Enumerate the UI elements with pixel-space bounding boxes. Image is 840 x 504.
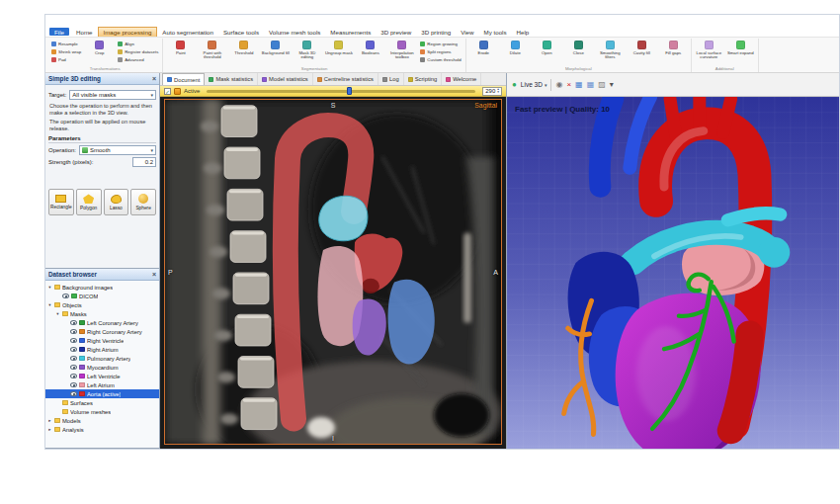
ribbon-large-button[interactable]: Background fill <box>260 39 291 65</box>
shape-tool-button[interactable]: Lasso <box>104 189 129 215</box>
document-tab[interactable]: Scripting <box>404 73 443 85</box>
ribbon-tab[interactable]: Image processing <box>98 27 158 37</box>
slice-number-input[interactable]: 290 ▴ ▾ <box>482 87 502 96</box>
more-options-icon[interactable]: ▾ <box>610 81 614 89</box>
ribbon-tab[interactable]: My tools <box>479 27 512 37</box>
ribbon-large-button[interactable]: Interpolation toolbox <box>386 39 417 65</box>
shape-tool-button[interactable]: Sphere <box>130 189 156 215</box>
tree-item[interactable]: Myocardium <box>45 363 159 372</box>
eye-icon[interactable] <box>70 329 77 334</box>
tree-item[interactable]: Aorta (active) <box>45 389 159 398</box>
eye-icon[interactable] <box>70 365 77 370</box>
document-tab[interactable]: Welcome <box>442 73 481 85</box>
ribbon-tab[interactable]: Volume mesh tools <box>264 27 325 37</box>
eye-icon[interactable] <box>70 356 77 361</box>
camera-icon[interactable]: ◉ <box>555 81 562 89</box>
active-checkbox[interactable]: ✓ <box>164 88 171 95</box>
ribbon-small-button[interactable]: Split regions <box>418 48 462 56</box>
eye-icon[interactable] <box>70 338 77 343</box>
target-select[interactable]: All visible masks ▾ <box>69 90 156 100</box>
operation-select[interactable]: Smooth ▾ <box>79 145 156 155</box>
render-options-icon[interactable]: ▨ <box>598 81 606 89</box>
ribbon-large-button[interactable]: Erode <box>468 39 499 65</box>
expand-arrow-icon[interactable]: ▸ <box>47 427 52 432</box>
ribbon-large-button[interactable]: Ungroup mask <box>323 39 354 65</box>
slider-thumb[interactable] <box>347 87 352 95</box>
ribbon-large-button[interactable]: Local surface curvature <box>694 39 724 65</box>
close-icon[interactable]: × <box>152 74 156 84</box>
ribbon-tab[interactable]: Help <box>512 27 535 37</box>
ribbon-tab[interactable]: File <box>49 28 69 36</box>
tree-item[interactable]: Right Coronary Artery <box>45 327 159 336</box>
tree-item[interactable]: Volume meshes <box>45 407 159 416</box>
ribbon-large-button[interactable]: Threshold <box>228 39 259 65</box>
ribbon-small-button[interactable]: Register datasets <box>116 48 160 56</box>
eye-icon[interactable] <box>70 391 77 396</box>
tree-item[interactable]: ▸ Models <box>45 416 159 425</box>
spinner[interactable]: ▴ ▾ <box>497 88 499 95</box>
tree-item[interactable]: ▸ Analysis <box>45 425 159 434</box>
ribbon-small-button[interactable]: Custom threshold <box>418 56 462 64</box>
tree-item[interactable]: Pulmonary Artery <box>45 354 159 363</box>
model-grid-icon[interactable]: ▦ <box>587 81 595 89</box>
shape-tool-button[interactable]: Rectangle <box>48 189 74 215</box>
ribbon-large-button[interactable]: Paint <box>165 39 196 65</box>
ribbon-large-button[interactable]: Mask 3D editing <box>292 39 322 65</box>
ribbon-small-button[interactable]: Advanced <box>116 56 160 64</box>
ribbon-large-button[interactable]: Crop <box>84 39 115 65</box>
ribbon-tab[interactable]: Auto segmentation <box>157 27 218 37</box>
eye-icon[interactable] <box>70 382 77 387</box>
tree-item[interactable]: Left Coronary Artery <box>45 318 159 327</box>
live-3d-dropdown[interactable]: Live 3D ▾ <box>521 81 547 88</box>
delete-icon[interactable]: × <box>566 81 571 89</box>
ribbon-small-button[interactable]: Pad <box>49 56 83 64</box>
spin-down-icon[interactable]: ▾ <box>497 91 499 95</box>
close-icon[interactable]: × <box>152 270 156 280</box>
tree-item[interactable]: Right Ventricle <box>45 336 159 345</box>
tree-item[interactable]: Surfaces <box>45 398 159 407</box>
ribbon-large-button[interactable]: Close <box>563 39 594 65</box>
ribbon-large-button[interactable]: Cavity fill <box>627 39 657 65</box>
ribbon-tab[interactable]: View <box>456 27 478 37</box>
tree-item[interactable]: Left Atrium <box>45 380 159 389</box>
ribbon-tab[interactable]: Home <box>71 27 98 37</box>
slice-slider[interactable] <box>207 90 475 93</box>
ribbon-large-button[interactable]: Dilate <box>500 39 531 65</box>
eye-icon[interactable] <box>62 294 69 298</box>
eye-icon[interactable] <box>70 320 77 325</box>
ribbon-tab[interactable]: 3D printing <box>416 27 456 37</box>
ribbon-small-button[interactable]: Shrink wrap <box>49 48 83 56</box>
ribbon-small-button[interactable]: Resample <box>49 40 83 47</box>
ribbon-large-button[interactable]: Fill gaps <box>658 39 689 65</box>
expand-arrow-icon[interactable]: ▾ <box>55 311 60 316</box>
ribbon-large-button[interactable]: Paint with threshold <box>197 39 227 65</box>
ct-viewport[interactable]: S I P A Sagittal <box>164 99 502 445</box>
tree-item[interactable]: Right Atrium <box>45 345 159 354</box>
tree-item[interactable]: ▾ Objects <box>45 300 159 309</box>
expand-arrow-icon[interactable]: ▾ <box>47 302 52 307</box>
tree-item[interactable]: Left Ventricle <box>45 372 159 380</box>
document-tab[interactable]: Centreline statistics <box>313 73 378 85</box>
document-tab[interactable]: Mask statistics <box>205 73 258 85</box>
ribbon-small-button[interactable]: Align <box>116 40 160 47</box>
eye-icon[interactable] <box>70 374 77 378</box>
shape-tool-button[interactable]: Polygon <box>76 189 102 215</box>
eye-icon[interactable] <box>70 347 77 352</box>
ribbon-tab[interactable]: Surface tools <box>218 27 264 37</box>
document-tab[interactable]: Log <box>378 73 404 85</box>
tree-item[interactable]: ▾ Background images <box>45 283 159 292</box>
tree-item[interactable]: ▾ Masks <box>45 309 159 318</box>
expand-arrow-icon[interactable]: ▸ <box>47 418 52 423</box>
ribbon-large-button[interactable]: Open <box>532 39 562 65</box>
expand-arrow-icon[interactable]: ▾ <box>47 285 52 290</box>
document-tab[interactable]: Document <box>162 73 205 85</box>
document-tab[interactable]: Model statistics <box>258 73 313 85</box>
ribbon-tab[interactable]: 3D preview <box>376 27 416 37</box>
tree-item[interactable]: DICOM <box>45 292 159 300</box>
strength-input[interactable]: 0.2 <box>132 157 156 167</box>
ribbon-large-button[interactable]: Booleans <box>355 39 385 65</box>
ribbon-large-button[interactable]: Smoothing filters <box>595 39 626 65</box>
ribbon-tab[interactable]: Measurements <box>325 27 376 37</box>
preview-3d-view[interactable]: Fast preview | Quality: 10 <box>507 97 839 449</box>
ribbon-small-button[interactable]: Region growing <box>418 40 462 47</box>
